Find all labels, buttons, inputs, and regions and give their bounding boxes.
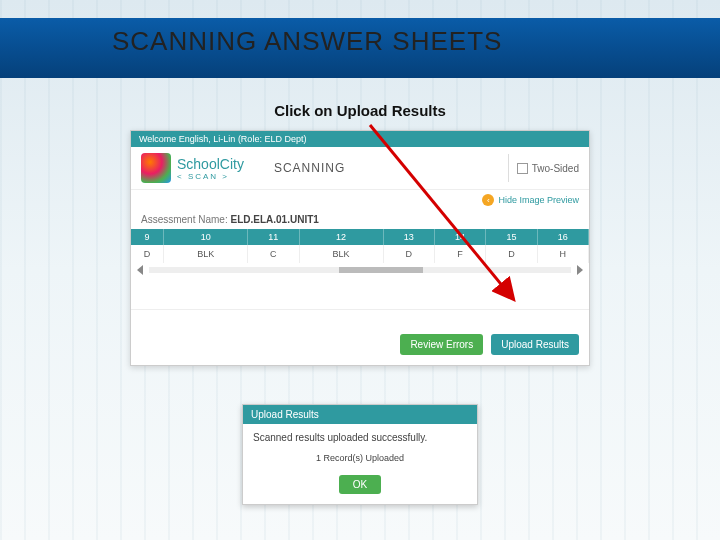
ok-button[interactable]: OK — [339, 475, 381, 494]
welcome-bar: Welcome English, Li-Lin (Role: ELD Dept) — [131, 131, 589, 147]
col-header: 14 — [434, 229, 485, 245]
upload-results-button[interactable]: Upload Results — [491, 334, 579, 355]
hide-preview-label: Hide Image Preview — [498, 195, 579, 205]
upload-results-dialog: Upload Results Scanned results uploaded … — [242, 404, 478, 505]
dialog-count: 1 Record(s) Uploaded — [243, 447, 477, 469]
action-buttons: Review Errors Upload Results — [131, 309, 589, 365]
hide-preview-toggle[interactable]: ‹ Hide Image Preview — [131, 190, 589, 210]
brand-subtext: < SCAN > — [177, 172, 244, 181]
scanning-app-window: Welcome English, Li-Lin (Role: ELD Dept)… — [130, 130, 590, 366]
cell[interactable]: D — [383, 245, 434, 263]
checkbox-icon[interactable] — [517, 163, 528, 174]
two-sided-option[interactable]: Two-Sided — [508, 154, 579, 182]
cell[interactable]: D — [131, 245, 164, 263]
grid-header-row: 9 10 11 12 13 14 15 16 — [131, 229, 589, 245]
cell-highlighted[interactable]: BLK — [164, 245, 248, 263]
cell[interactable]: D — [486, 245, 537, 263]
schoolcity-logo-icon — [141, 153, 171, 183]
dialog-title: Upload Results — [243, 405, 477, 424]
col-header: 13 — [383, 229, 434, 245]
assessment-name-row: Assessment Name: ELD.ELA.01.UNIT1 — [131, 210, 589, 229]
grid-data-row: D BLK C BLK D F D H — [131, 245, 589, 263]
brand-name: SchoolCity < SCAN > — [177, 156, 244, 181]
scrollbar-track[interactable] — [149, 267, 571, 273]
brand-text: SchoolCity — [177, 156, 244, 172]
page-title: SCANNING ANSWER SHEETS — [112, 26, 502, 57]
assessment-label: Assessment Name: — [141, 214, 228, 225]
answer-grid: 9 10 11 12 13 14 15 16 D BLK C BLK D F D… — [131, 229, 589, 263]
scroll-left-icon[interactable] — [137, 265, 143, 275]
horizontal-scroll[interactable] — [131, 263, 589, 279]
collapse-icon[interactable]: ‹ — [482, 194, 494, 206]
two-sided-label: Two-Sided — [532, 163, 579, 174]
cell[interactable]: BLK — [299, 245, 383, 263]
dialog-message: Scanned results uploaded successfully. — [243, 424, 477, 447]
review-errors-button[interactable]: Review Errors — [400, 334, 483, 355]
cell[interactable]: H — [537, 245, 588, 263]
assessment-value: ELD.ELA.01.UNIT1 — [230, 214, 318, 225]
dialog-footer: OK — [243, 469, 477, 504]
col-header: 9 — [131, 229, 164, 245]
app-header: SchoolCity < SCAN > SCANNING Two-Sided — [131, 147, 589, 190]
col-header: 15 — [486, 229, 537, 245]
col-header: 11 — [248, 229, 299, 245]
col-header: 16 — [537, 229, 588, 245]
col-header: 10 — [164, 229, 248, 245]
cell[interactable]: F — [434, 245, 485, 263]
col-header: 12 — [299, 229, 383, 245]
scroll-right-icon[interactable] — [577, 265, 583, 275]
instruction-text: Click on Upload Results — [0, 102, 720, 119]
cell[interactable]: C — [248, 245, 299, 263]
mode-label: SCANNING — [274, 161, 345, 175]
